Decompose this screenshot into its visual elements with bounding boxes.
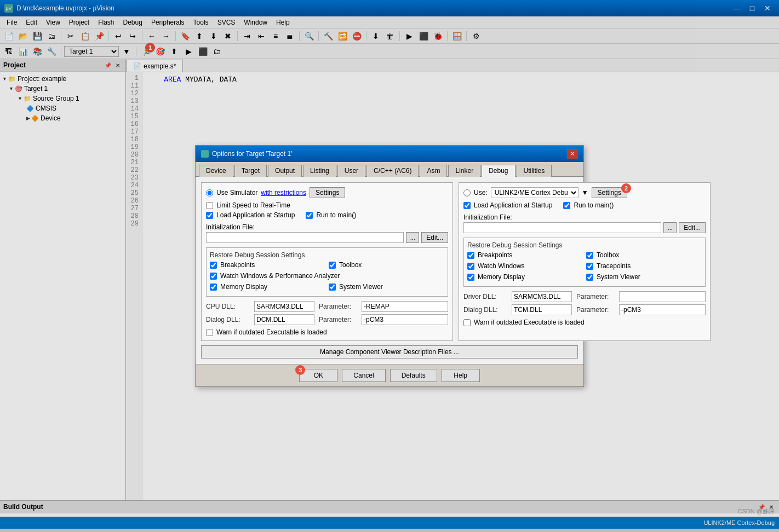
debugger-select[interactable]: ULINK2/ME Cortex Debugger: [491, 187, 578, 198]
limit-speed-row: Limit Speed to Real-Time: [206, 201, 448, 209]
dialog-tabs: Device Target Output Listing User C/C++ …: [196, 162, 583, 177]
dialog-param-left-label: Parameter:: [319, 316, 357, 323]
load-app-right-cb[interactable]: [463, 202, 471, 209]
warn-right-label: Warn if outdated Executable is loaded: [474, 319, 585, 326]
watch-windows-left-label: Watch Windows & Performance Analyzer: [220, 272, 340, 280]
load-app-right-label: Load Application at Startup: [474, 201, 552, 209]
tab-asm[interactable]: Asm: [420, 165, 447, 177]
cpu-dll-input[interactable]: [254, 301, 314, 312]
tracepoints-right-label: Tracepoints: [597, 262, 631, 270]
toolbox-right-label: Toolbox: [597, 251, 619, 259]
run-to-main-right-cb[interactable]: [563, 202, 570, 209]
driver-dll-row: Driver DLL: Parameter:: [463, 291, 706, 302]
simulator-settings-btn[interactable]: Settings: [310, 187, 345, 198]
watch-windows-left-cb[interactable]: [210, 273, 217, 280]
restore-group-title-right: Restore Debug Session Settings: [467, 241, 702, 249]
cancel-btn[interactable]: Cancel: [342, 369, 385, 382]
toolbox-right-cb[interactable]: [586, 252, 593, 259]
settings-btn-label: Settings: [598, 189, 621, 196]
tab-utilities[interactable]: Utilities: [517, 165, 552, 177]
breakpoints-left-cb[interactable]: [210, 262, 217, 269]
run-to-main-left-cb[interactable]: [306, 212, 313, 219]
tab-device[interactable]: Device: [199, 165, 233, 177]
debugger-settings-btn[interactable]: Settings 2: [592, 187, 627, 198]
dialog-body: Use Simulator with restrictions Settings…: [196, 177, 583, 364]
dialog-overlay: Options for Target 'Target 1' ✕ Device T…: [0, 0, 779, 532]
memory-display-left-row: Memory Display: [210, 283, 325, 291]
defaults-btn[interactable]: Defaults: [390, 369, 437, 382]
tab-output[interactable]: Output: [268, 165, 302, 177]
memory-display-left-cb[interactable]: [210, 284, 217, 291]
init-file-row-left: ... Edit...: [206, 232, 448, 243]
tab-cpp[interactable]: C/C++ (AC6): [366, 165, 419, 177]
breakpoints-left-row: Breakpoints: [210, 261, 325, 269]
init-edit-left-btn[interactable]: Edit...: [421, 232, 448, 243]
tab-target[interactable]: Target: [234, 165, 267, 177]
step2-badge: 2: [621, 183, 631, 193]
driver-param-label: Parameter:: [576, 293, 615, 300]
step3-badge: 3: [295, 365, 305, 375]
breakpoints-right-cb[interactable]: [467, 252, 474, 259]
help-btn[interactable]: Help: [442, 369, 480, 382]
with-restrictions-link[interactable]: with restrictions: [261, 189, 306, 196]
warn-left-cb[interactable]: [206, 329, 213, 336]
run-to-main-left-label: Run to main(): [316, 211, 356, 219]
tab-listing[interactable]: Listing: [303, 165, 336, 177]
warn-row-left: Warn if outdated Executable is loaded: [206, 328, 448, 336]
simulator-label: Use Simulator: [216, 189, 257, 196]
simulator-radio[interactable]: [206, 189, 213, 196]
restore-group-right: Restore Debug Session Settings Breakpoin…: [463, 238, 706, 287]
cpu-param-input[interactable]: [362, 301, 448, 312]
warn-right-cb[interactable]: [463, 319, 471, 326]
init-browse-right-btn[interactable]: ...: [663, 222, 677, 233]
restore-grid-left: Breakpoints Toolbox Watch Windows & Perf…: [210, 261, 444, 293]
tracepoints-right-row: Tracepoints: [586, 262, 702, 270]
warn-left-label: Warn if outdated Executable is loaded: [216, 328, 327, 336]
dialog-close-btn[interactable]: ✕: [567, 149, 578, 159]
use-debugger-radio[interactable]: [463, 189, 471, 196]
tracepoints-right-cb[interactable]: [586, 263, 593, 270]
watch-windows-right-row: Watch Windows: [467, 262, 583, 270]
ok-btn[interactable]: OK 3: [299, 369, 337, 382]
dialog-dll-left-label: Dialog DLL:: [206, 316, 250, 323]
use-debugger-row: Use: ULINK2/ME Cortex Debugger ▼ Setting…: [463, 187, 706, 198]
load-app-left-cb[interactable]: [206, 212, 213, 219]
debug-left-col: Use Simulator with restrictions Settings…: [201, 182, 453, 341]
init-file-input-left[interactable]: [206, 232, 404, 243]
init-file-input-right[interactable]: [463, 222, 661, 233]
toolbox-left-row: Toolbox: [329, 261, 444, 269]
system-viewer-right-row: System Viewer: [586, 273, 702, 281]
dialog-param-right-input[interactable]: [619, 304, 706, 315]
memory-display-right-label: Memory Display: [478, 273, 525, 281]
tab-linker[interactable]: Linker: [448, 165, 480, 177]
manage-component-btn[interactable]: Manage Component Viewer Description File…: [201, 345, 578, 358]
dialog-dll-right-input[interactable]: [512, 304, 572, 315]
system-viewer-left-cb[interactable]: [329, 284, 336, 291]
tab-user[interactable]: User: [337, 165, 365, 177]
run-to-main-right-label: Run to main(): [574, 201, 614, 209]
dialog-dll-right-label: Dialog DLL:: [463, 306, 507, 314]
init-browse-left-btn[interactable]: ...: [406, 232, 419, 243]
driver-dll-label: Driver DLL:: [463, 293, 507, 300]
dialog-dll-left-input[interactable]: [254, 314, 314, 325]
dialog-param-left-input[interactable]: [362, 314, 448, 325]
options-dialog: Options for Target 'Target 1' ✕ Device T…: [195, 145, 584, 387]
watch-windows-right-cb[interactable]: [467, 263, 474, 270]
watermark: CSDN @姊涞: [738, 507, 775, 516]
driver-dll-input[interactable]: [512, 291, 572, 302]
driver-param-input[interactable]: [619, 291, 706, 302]
breakpoints-right-label: Breakpoints: [478, 251, 512, 259]
cpu-dll-row: CPU DLL: Parameter:: [206, 301, 448, 312]
dialog-footer: OK 3 Cancel Defaults Help: [196, 364, 583, 386]
init-edit-right-btn[interactable]: Edit...: [679, 222, 706, 233]
tab-debug[interactable]: Debug: [482, 165, 515, 177]
init-file-label-left: Initialization File:: [206, 223, 448, 231]
system-viewer-left-row: System Viewer: [329, 283, 444, 291]
dialog-title-text: Options for Target 'Target 1': [212, 150, 292, 158]
memory-display-right-cb[interactable]: [467, 274, 474, 281]
limit-speed-label: Limit Speed to Real-Time: [216, 201, 290, 209]
system-viewer-right-cb[interactable]: [586, 274, 593, 281]
limit-speed-cb[interactable]: [206, 202, 213, 209]
toolbox-left-cb[interactable]: [329, 262, 336, 269]
load-app-left-label: Load Application at Startup: [216, 211, 295, 219]
